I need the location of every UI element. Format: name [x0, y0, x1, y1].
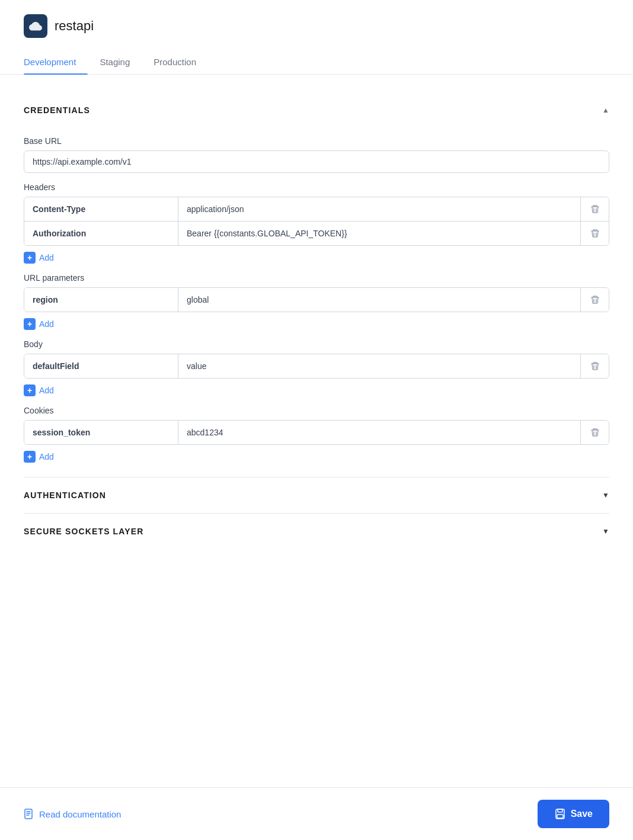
- add-body-button[interactable]: + Add: [24, 384, 54, 396]
- app-title: restapi: [55, 18, 94, 34]
- table-row: session_token abcd1234: [24, 421, 609, 444]
- body-key-0: defaultField: [24, 354, 178, 378]
- header-value-1: Bearer {{constants.GLOBAL_API_TOKEN}}: [178, 222, 580, 245]
- cookies-label: Cookies: [24, 406, 609, 415]
- trash-icon: [590, 229, 600, 238]
- app-header: restapi: [0, 0, 633, 38]
- svg-rect-3: [557, 815, 563, 818]
- tab-development[interactable]: Development: [24, 50, 88, 74]
- url-param-key-0: region: [24, 288, 178, 312]
- add-cookie-button[interactable]: + Add: [24, 451, 54, 463]
- add-url-param-plus-icon: +: [24, 318, 36, 330]
- header-key-0: Content-Type: [24, 197, 178, 221]
- header-delete-1[interactable]: [580, 222, 609, 245]
- credentials-section: CREDENTIALS ▲ Base URL Headers Content-T…: [24, 94, 609, 477]
- trash-icon: [590, 204, 600, 214]
- credentials-section-header[interactable]: CREDENTIALS ▲: [24, 94, 609, 127]
- add-header-button[interactable]: + Add: [24, 252, 54, 264]
- header-value-0: application/json: [178, 197, 580, 221]
- cookies-table: session_token abcd1234: [24, 420, 609, 445]
- footer: Read documentation Save: [0, 787, 633, 840]
- add-cookie-plus-icon: +: [24, 451, 36, 463]
- trash-icon: [590, 295, 600, 304]
- table-row: Content-Type application/json: [24, 197, 609, 222]
- read-docs-link[interactable]: Read documentation: [24, 809, 121, 819]
- body-delete-0[interactable]: [580, 354, 609, 378]
- ssl-title: SECURE SOCKETS LAYER: [24, 527, 143, 536]
- header-delete-0[interactable]: [580, 197, 609, 221]
- cookie-key-0: session_token: [24, 421, 178, 444]
- base-url-input[interactable]: [24, 150, 609, 173]
- credentials-title: CREDENTIALS: [24, 105, 90, 115]
- add-url-param-button[interactable]: + Add: [24, 318, 54, 330]
- headers-label: Headers: [24, 182, 609, 192]
- ssl-section: SECURE SOCKETS LAYER ▼: [24, 513, 609, 549]
- ssl-section-header[interactable]: SECURE SOCKETS LAYER ▼: [24, 514, 609, 549]
- save-button[interactable]: Save: [538, 800, 609, 828]
- ssl-chevron-icon: ▼: [602, 527, 609, 536]
- main-content: CREDENTIALS ▲ Base URL Headers Content-T…: [0, 75, 633, 615]
- svg-rect-2: [558, 809, 562, 812]
- header-key-1: Authorization: [24, 222, 178, 245]
- trash-icon: [590, 361, 600, 371]
- authentication-title: AUTHENTICATION: [24, 490, 106, 500]
- body-value-0: value: [178, 354, 580, 378]
- app-logo: [24, 14, 47, 38]
- body-label: Body: [24, 339, 609, 349]
- headers-table: Content-Type application/json Authorizat…: [24, 197, 609, 246]
- bottom-spacer: [24, 549, 609, 597]
- tabs-container: Development Staging Production: [0, 50, 633, 75]
- table-row: Authorization Bearer {{constants.GLOBAL_…: [24, 222, 609, 245]
- tab-staging[interactable]: Staging: [88, 50, 142, 74]
- url-param-value-0: global: [178, 288, 580, 312]
- add-header-plus-icon: +: [24, 252, 36, 264]
- table-row: defaultField value: [24, 354, 609, 378]
- docs-icon: [24, 809, 34, 819]
- credentials-content: Base URL Headers Content-Type applicatio…: [24, 136, 609, 477]
- cookie-delete-0[interactable]: [580, 421, 609, 444]
- save-icon: [554, 808, 566, 820]
- url-param-delete-0[interactable]: [580, 288, 609, 312]
- cookie-value-0: abcd1234: [178, 421, 580, 444]
- credentials-toggle-icon: ▲: [602, 106, 609, 114]
- authentication-section-header[interactable]: AUTHENTICATION ▼: [24, 477, 609, 513]
- add-body-plus-icon: +: [24, 384, 36, 396]
- svg-rect-0: [25, 809, 32, 819]
- body-table: defaultField value: [24, 354, 609, 379]
- authentication-section: AUTHENTICATION ▼: [24, 477, 609, 513]
- url-params-table: region global: [24, 287, 609, 312]
- table-row: region global: [24, 288, 609, 312]
- url-params-label: URL parameters: [24, 273, 609, 283]
- trash-icon: [590, 428, 600, 437]
- base-url-label: Base URL: [24, 136, 609, 146]
- authentication-chevron-icon: ▼: [602, 491, 609, 499]
- tab-production[interactable]: Production: [142, 50, 208, 74]
